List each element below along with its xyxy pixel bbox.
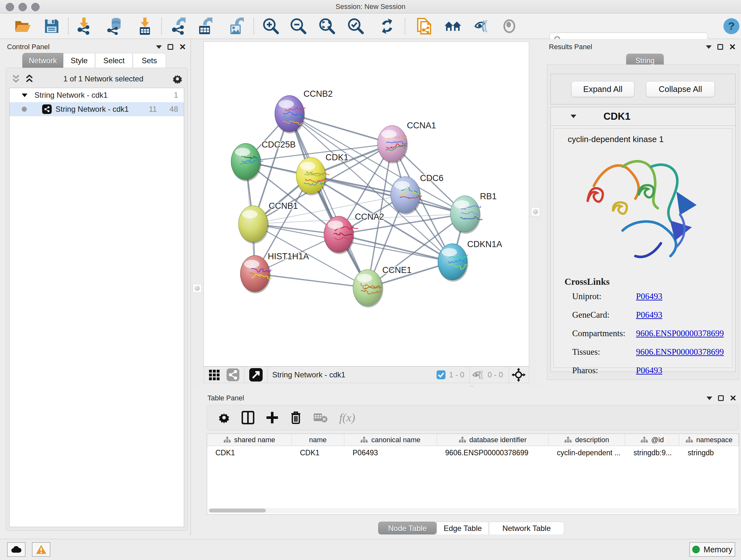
network-node-CDC6[interactable] [391, 177, 422, 214]
column-header-name[interactable]: name [292, 434, 344, 446]
collapse-all-button[interactable]: Collapse All [646, 81, 715, 97]
help-button[interactable]: ? [723, 17, 740, 35]
expand-all-button[interactable]: Expand All [571, 81, 634, 97]
panel-close-icon[interactable]: ✕ [729, 44, 736, 50]
network-node-CCNE1[interactable] [353, 269, 383, 307]
zoom-selected-button[interactable] [347, 17, 365, 35]
panel-close-icon[interactable]: ✕ [179, 44, 186, 50]
create-column-icon[interactable] [266, 411, 279, 424]
panel-float-icon[interactable] [718, 395, 724, 401]
tab-network[interactable]: Network [22, 53, 63, 68]
crosslink-value-link[interactable]: P06493 [636, 292, 663, 301]
network-node-RB1[interactable] [450, 196, 482, 234]
network-node-CDK1[interactable] [296, 158, 330, 195]
right-splitter-grip[interactable] [531, 207, 540, 216]
zoom-fit-button[interactable] [318, 17, 336, 35]
panel-float-icon[interactable] [718, 44, 723, 50]
cloud-status-button[interactable] [7, 542, 25, 557]
table-cell[interactable]: CDK1 [292, 446, 344, 459]
table-cell[interactable]: cyclin-dependent ... [549, 446, 625, 459]
left-splitter-grip[interactable] [193, 284, 202, 293]
column-header-canonical-name[interactable]: canonical name [344, 434, 437, 446]
collection-expand-icon[interactable] [22, 94, 27, 97]
function-builder-icon[interactable]: f(x) [339, 411, 355, 424]
gene-collapse-icon[interactable] [570, 115, 576, 118]
column-header-shared-name[interactable]: shared name [207, 434, 292, 446]
crosslink-value-link[interactable]: 9606.ENSP00000378699 [636, 328, 724, 338]
hide-graphics-details-button[interactable] [473, 17, 491, 35]
network-canvas[interactable]: CCNB2CCNA1CDC25BCDK1CDC6RB1CCNB1CCNA2CDK… [204, 42, 529, 367]
panel-close-icon[interactable]: ✕ [730, 395, 737, 401]
selected-checkbox-icon[interactable] [436, 370, 446, 380]
table-cell[interactable]: stringdb [679, 446, 739, 459]
network-view-mode-icon[interactable] [226, 368, 240, 381]
home-browser-button[interactable] [444, 17, 462, 35]
grid-mode-icon[interactable] [208, 368, 221, 381]
panel-menu-icon[interactable] [706, 396, 712, 400]
show-graphics-details-button[interactable] [500, 17, 518, 35]
import-network-file-button[interactable] [75, 17, 93, 35]
network-node-HIST1H1A[interactable] [240, 255, 271, 294]
table-row[interactable]: CDK1CDK1P064939606.ENSP00000378699cyclin… [207, 446, 739, 459]
export-network-button[interactable] [170, 17, 187, 35]
left-splitter[interactable] [191, 39, 204, 387]
save-session-button[interactable] [43, 17, 61, 35]
import-table-file-button[interactable] [136, 17, 154, 35]
tab-style[interactable]: Style [63, 53, 95, 68]
table-settings-gear-icon[interactable] [218, 412, 230, 424]
table-cell[interactable]: stringdb:9... [625, 446, 679, 459]
network-node-CDKN1A[interactable] [438, 244, 469, 282]
zoom-in-button[interactable] [262, 17, 280, 35]
network-node-CDC25B[interactable] [231, 143, 263, 181]
show-columns-icon[interactable] [242, 411, 254, 424]
column-header-description[interactable]: description [549, 434, 625, 446]
detach-view-icon[interactable] [249, 368, 263, 382]
tab-edge-table[interactable]: Edge Table [436, 522, 489, 535]
node-label-CDKN1A: CDKN1A [467, 240, 502, 249]
gene-section-header[interactable]: CDK1 [551, 107, 735, 126]
network-from-public-databases-button[interactable] [415, 17, 433, 35]
table-cell[interactable]: 9606.ENSP00000378699 [437, 446, 549, 459]
export-table-button[interactable] [196, 17, 214, 35]
tab-network-table[interactable]: Network Table [489, 522, 564, 535]
network-node-CCNA2[interactable] [324, 216, 358, 254]
memory-button[interactable]: Memory [689, 542, 735, 557]
fit-selected-icon[interactable] [512, 368, 526, 382]
table-horizontal-scrollbar[interactable] [208, 508, 738, 513]
table-cell[interactable]: P06493 [344, 446, 437, 459]
node-table[interactable]: shared namenamecanonical namedatabase id… [207, 434, 739, 515]
collapse-all-icon[interactable] [10, 74, 21, 84]
apply-layout-button[interactable] [378, 17, 396, 35]
tab-sets[interactable]: Sets [133, 53, 166, 68]
panel-menu-icon[interactable] [156, 45, 162, 49]
export-image-button[interactable] [227, 17, 245, 35]
open-session-button[interactable] [14, 17, 32, 35]
crosslink-value-link[interactable]: 9606.ENSP00000378699 [636, 347, 724, 357]
tab-node-table[interactable]: Node Table [378, 522, 436, 535]
column-header-database-identifier[interactable]: database identifier [437, 434, 549, 446]
network-node-CCNB2[interactable] [275, 96, 306, 133]
column-header-namespace[interactable]: namespace [679, 434, 739, 446]
delete-table-icon[interactable] [313, 412, 328, 423]
panel-float-icon[interactable] [167, 44, 173, 50]
tab-select[interactable]: Select [95, 53, 133, 68]
import-network-database-button[interactable] [106, 17, 124, 35]
network-node-CCNA1[interactable] [378, 125, 408, 164]
crosslink-value-link[interactable]: P06493 [636, 310, 663, 320]
crosslink-value-link[interactable]: P06493 [636, 366, 663, 375]
delete-column-icon[interactable] [290, 411, 301, 425]
hidden-elements-icon[interactable] [472, 369, 484, 380]
expand-all-icon[interactable] [24, 74, 35, 84]
column-header--id[interactable]: @id [625, 434, 679, 446]
collection-label: String Network - cdk1 [35, 91, 108, 100]
zoom-out-button[interactable] [289, 17, 307, 35]
crosslink-row: GeneCard:P06493 [572, 310, 732, 320]
panel-menu-icon[interactable] [706, 45, 712, 49]
network-row[interactable]: String Network - cdk1 11 48 [10, 102, 184, 116]
scrollbar-thumb[interactable] [209, 509, 266, 512]
table-cell[interactable]: CDK1 [207, 446, 292, 459]
network-options-gear-icon[interactable] [172, 73, 183, 84]
network-collection-row[interactable]: String Network - cdk1 1 [10, 88, 184, 102]
network-node-CCNB1[interactable] [239, 206, 269, 244]
warning-status-button[interactable] [32, 542, 51, 557]
